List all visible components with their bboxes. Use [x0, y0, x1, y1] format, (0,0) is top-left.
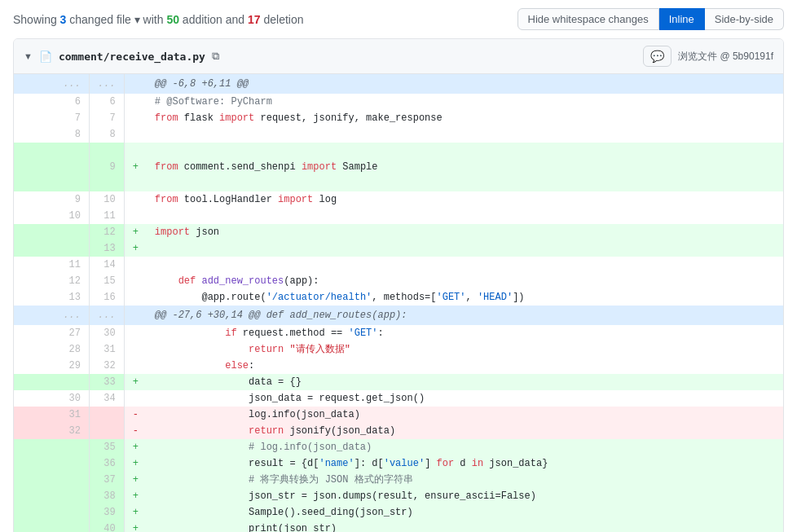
line-marker — [124, 208, 147, 224]
line-code: from flask import request, jsonify, make… — [147, 110, 783, 126]
old-line-num: 7 — [14, 110, 90, 126]
file-name: comment/receive_data.py — [59, 51, 205, 63]
file-header-right: 💬 浏览文件 @ 5b90191f — [643, 46, 773, 67]
file-header: ▼ 📄 comment/receive_data.py ⧉ 💬 浏览文件 @ 5… — [14, 39, 783, 74]
line-marker: + — [124, 472, 147, 488]
old-line-num: 31 — [14, 407, 90, 423]
old-line-num: 8 — [14, 126, 90, 143]
line-code: return jsonify(json_data) — [147, 423, 783, 439]
old-line-num — [14, 488, 90, 504]
hunk-new-num: ... — [90, 74, 125, 94]
table-row: 33 + data = {} — [14, 374, 783, 390]
old-line-num — [14, 455, 90, 472]
table-row: 35 + # log.info(json_data) — [14, 439, 783, 455]
new-line-num — [90, 407, 125, 423]
browse-text[interactable]: 浏览文件 @ 5b90191f — [678, 50, 773, 64]
line-code: from tool.LogHandler import log — [147, 191, 783, 208]
hunk-text-2: @@ -27,6 +30,14 @@ def add_new_routes(ap… — [147, 306, 783, 325]
comment-button[interactable]: 💬 — [643, 46, 672, 67]
old-line-num: 11 — [14, 257, 90, 273]
inline-button[interactable]: Inline — [659, 8, 705, 30]
old-line-num: 6 — [14, 94, 90, 110]
new-line-num: 34 — [90, 390, 125, 407]
hide-whitespace-button[interactable]: Hide whitespace changes — [517, 8, 659, 30]
collapse-icon[interactable]: ▼ — [24, 51, 33, 61]
line-marker — [124, 257, 147, 273]
line-code: json_str = json.dumps(result, ensure_asc… — [147, 488, 783, 504]
new-line-num: 6 — [90, 94, 125, 110]
line-marker — [124, 191, 147, 208]
line-marker — [124, 325, 147, 341]
new-line-num: 30 — [90, 325, 125, 341]
old-line-num: 28 — [14, 341, 90, 358]
file-block: ▼ 📄 comment/receive_data.py ⧉ 💬 浏览文件 @ 5… — [13, 38, 784, 532]
new-line-num: 14 — [90, 257, 125, 273]
line-marker — [124, 110, 147, 126]
changed-label: changed file — [69, 13, 131, 26]
table-row: 28 31 return "请传入数据" — [14, 341, 783, 358]
hunk-marker — [124, 74, 147, 94]
table-row: 38 + json_str = json.dumps(result, ensur… — [14, 488, 783, 504]
line-marker — [124, 289, 147, 306]
top-bar: Showing 3 changed file ▾ with 50 additio… — [0, 0, 797, 38]
table-row: 11 14 — [14, 257, 783, 273]
deletion-count: 17 — [248, 13, 261, 26]
table-row: 7 7 from flask import request, jsonify, … — [14, 110, 783, 126]
hunk-new-num: ... — [90, 306, 125, 325]
addition-count: 50 — [166, 13, 179, 26]
line-code: json_data = request.get_json() — [147, 390, 783, 407]
table-row: 6 6 # @Software: PyCharm — [14, 94, 783, 110]
copy-icon[interactable]: ⧉ — [212, 50, 219, 63]
hunk-old-num: ... — [14, 74, 90, 94]
line-marker: - — [124, 407, 147, 423]
new-line-num: 36 — [90, 455, 125, 472]
line-code: else: — [147, 358, 783, 374]
old-line-num — [14, 240, 90, 257]
table-row: 13 16 @app.route('/actuator/health', met… — [14, 289, 783, 306]
table-row: 8 8 — [14, 126, 783, 143]
line-code — [147, 257, 783, 273]
line-marker: + — [124, 504, 147, 521]
table-row: 13 + — [14, 240, 783, 257]
old-line-num: 9 — [14, 191, 90, 208]
old-line-num — [14, 521, 90, 532]
hunk-marker — [124, 306, 147, 325]
new-line-num — [90, 423, 125, 439]
table-row: 10 11 — [14, 208, 783, 224]
line-code: import json — [147, 224, 783, 240]
old-line-num — [14, 439, 90, 455]
new-line-num: 40 — [90, 521, 125, 532]
file-header-left: ▼ 📄 comment/receive_data.py ⧉ — [24, 50, 219, 63]
new-line-num: 16 — [90, 289, 125, 306]
old-line-num: 10 — [14, 208, 90, 224]
new-line-num: 39 — [90, 504, 125, 521]
line-marker: + — [124, 240, 147, 257]
table-row: 12 15 def add_new_routes(app): — [14, 273, 783, 289]
old-line-num — [14, 224, 90, 240]
new-line-num: 33 — [90, 374, 125, 390]
table-row: ○ 9 + from comment.send_shenpi import Sa… — [14, 143, 783, 191]
line-marker: + — [124, 488, 147, 504]
new-line-num: 37 — [90, 472, 125, 488]
new-line-num: 9 — [90, 143, 125, 191]
table-row: 39 + Sample().seed_ding(json_str) — [14, 504, 783, 521]
sidebyside-button[interactable]: Side-by-side — [705, 8, 784, 30]
line-marker: + — [124, 224, 147, 240]
line-marker: + — [124, 374, 147, 390]
diff-table: ... ... @@ -6,8 +6,11 @@ 6 6 # @Software… — [14, 74, 783, 532]
table-row: 29 32 else: — [14, 358, 783, 374]
line-code — [147, 208, 783, 224]
new-line-num: 32 — [90, 358, 125, 374]
line-code: log.info(json_data) — [147, 407, 783, 423]
line-marker: + — [124, 521, 147, 532]
table-row: 37 + # 将字典转换为 JSON 格式的字符串 — [14, 472, 783, 488]
new-line-num: 8 — [90, 126, 125, 143]
hunk-old-num: ... — [14, 306, 90, 325]
changed-count[interactable]: 3 — [60, 13, 67, 26]
top-bar-right: Hide whitespace changes Inline Side-by-s… — [517, 8, 785, 30]
old-line-num — [14, 472, 90, 488]
line-code: def add_new_routes(app): — [147, 273, 783, 289]
old-line-num: 30 — [14, 390, 90, 407]
new-line-num: 12 — [90, 224, 125, 240]
old-line-num — [14, 374, 90, 390]
